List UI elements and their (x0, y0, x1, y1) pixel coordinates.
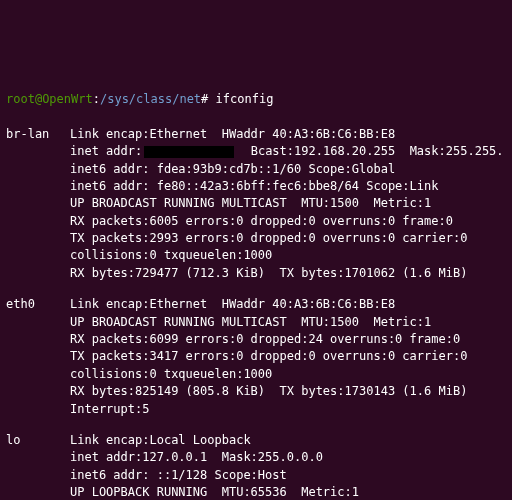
prompt-user: root (6, 92, 35, 106)
line-text: RX packets:6099 errors:0 dropped:24 over… (70, 332, 460, 346)
line-text: inet6 addr: ::1/128 Scope:Host (70, 468, 287, 482)
line-text: Link encap:Ethernet HWaddr 40:A3:6B:C6:B… (70, 297, 395, 311)
line-text: Link encap:Local Loopback (70, 433, 251, 447)
interface-name: eth0 (6, 296, 70, 313)
output-line: TX packets:2993 errors:0 dropped:0 overr… (6, 230, 506, 247)
output-line: RX packets:6099 errors:0 dropped:24 over… (6, 331, 506, 348)
line-text: RX packets:6005 errors:0 dropped:0 overr… (70, 214, 453, 228)
line-text: inet addr: (70, 144, 142, 158)
output-line: RX packets:6005 errors:0 dropped:0 overr… (6, 213, 506, 230)
line-text: collisions:0 txqueuelen:1000 (70, 367, 272, 381)
line-text: RX bytes:825149 (805.8 KiB) TX bytes:173… (70, 384, 467, 398)
output-line: inet6 addr: fe80::42a3:6bff:fec6:bbe8/64… (6, 178, 506, 195)
output-line: Interrupt:5 (6, 401, 506, 418)
output-line: UP BROADCAST RUNNING MULTICAST MTU:1500 … (6, 314, 506, 331)
line-text: inet addr:127.0.0.1 Mask:255.0.0.0 (70, 450, 323, 464)
output-line: br-lanLink encap:Ethernet HWaddr 40:A3:6… (6, 126, 506, 143)
interface-block: loLink encap:Local Loopbackinet addr:127… (6, 432, 506, 500)
prompt-line: root@OpenWrt:/sys/class/net# ifconfig (6, 91, 506, 108)
line-text: Link encap:Ethernet HWaddr 40:A3:6B:C6:B… (70, 127, 395, 141)
output-line: RX bytes:729477 (712.3 KiB) TX bytes:170… (6, 265, 506, 282)
interface-name: br-lan (6, 126, 70, 143)
prompt-host: OpenWrt (42, 92, 93, 106)
output-line: inet addr: Bcast:192.168.20.255 Mask:255… (6, 143, 506, 160)
prompt-colon: : (93, 92, 100, 106)
line-text: UP BROADCAST RUNNING MULTICAST MTU:1500 … (70, 196, 431, 210)
output-line: UP BROADCAST RUNNING MULTICAST MTU:1500 … (6, 195, 506, 212)
line-text: inet6 addr: fdea:93b9:cd7b::1/60 Scope:G… (70, 162, 395, 176)
output-line: inet6 addr: fdea:93b9:cd7b::1/60 Scope:G… (6, 161, 506, 178)
line-text: UP LOOPBACK RUNNING MTU:65536 Metric:1 (70, 485, 359, 499)
output-line: loLink encap:Local Loopback (6, 432, 506, 449)
line-text: UP BROADCAST RUNNING MULTICAST MTU:1500 … (70, 315, 431, 329)
output-line: inet6 addr: ::1/128 Scope:Host (6, 467, 506, 484)
output-line: UP LOOPBACK RUNNING MTU:65536 Metric:1 (6, 484, 506, 500)
output-line: RX bytes:825149 (805.8 KiB) TX bytes:173… (6, 383, 506, 400)
terminal-output[interactable]: root@OpenWrt:/sys/class/net# ifconfig br… (6, 74, 506, 500)
line-text: inet6 addr: fe80::42a3:6bff:fec6:bbe8/64… (70, 179, 438, 193)
line-text: TX packets:3417 errors:0 dropped:0 overr… (70, 349, 467, 363)
line-text: Interrupt:5 (70, 402, 149, 416)
prompt-hash: # (201, 92, 215, 106)
output-line: TX packets:3417 errors:0 dropped:0 overr… (6, 348, 506, 365)
line-text: Bcast:192.168.20.255 Mask:255.255. (236, 144, 503, 158)
output-line: collisions:0 txqueuelen:1000 (6, 366, 506, 383)
prompt-command: ifconfig (216, 92, 274, 106)
output-line: collisions:0 txqueuelen:1000 (6, 247, 506, 264)
line-text: RX bytes:729477 (712.3 KiB) TX bytes:170… (70, 266, 467, 280)
output-line: inet addr:127.0.0.1 Mask:255.0.0.0 (6, 449, 506, 466)
line-text: TX packets:2993 errors:0 dropped:0 overr… (70, 231, 467, 245)
interface-block: br-lanLink encap:Ethernet HWaddr 40:A3:6… (6, 126, 506, 283)
line-text: collisions:0 txqueuelen:1000 (70, 248, 272, 262)
output-line: eth0Link encap:Ethernet HWaddr 40:A3:6B:… (6, 296, 506, 313)
interface-block: eth0Link encap:Ethernet HWaddr 40:A3:6B:… (6, 296, 506, 418)
prompt-path: /sys/class/net (100, 92, 201, 106)
interface-name: lo (6, 432, 70, 449)
redacted-ip (144, 146, 234, 158)
